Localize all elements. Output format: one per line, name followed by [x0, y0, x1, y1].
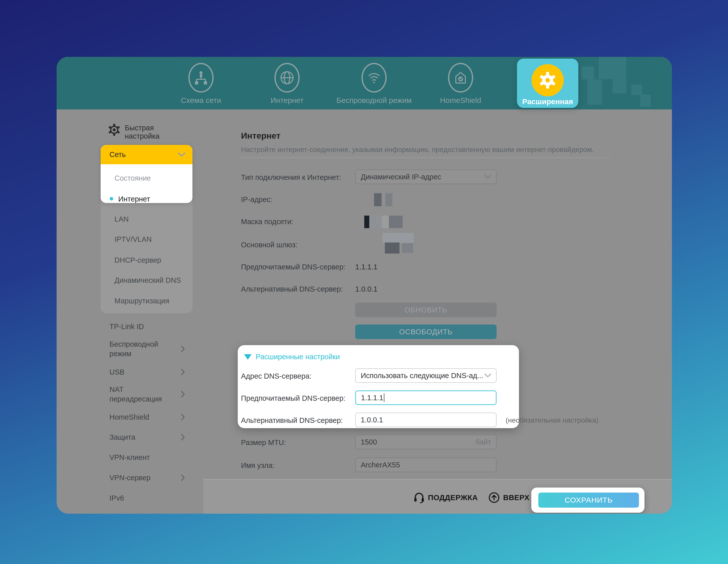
chevron-right-icon — [181, 434, 185, 441]
gateway-label: Основной шлюз: — [241, 241, 297, 249]
wifi-icon — [361, 63, 387, 93]
tab-label: Схема сети — [181, 96, 221, 105]
hostname-input[interactable]: ArcherAX55 — [355, 458, 497, 472]
network-map-icon — [188, 63, 214, 93]
redacted-value — [385, 193, 392, 206]
redacted-value — [364, 216, 369, 228]
tab-label: Расширенная — [522, 97, 573, 106]
mtu-label: Размер MTU: — [241, 438, 286, 447]
header-decor-block — [613, 79, 626, 94]
connection-type-select[interactable]: Динамический IP-адрес — [355, 170, 497, 184]
homeshield-icon — [448, 63, 473, 93]
header-decor-block — [640, 95, 651, 107]
sidebar-item-network[interactable]: Сеть — [101, 145, 192, 164]
sidebar-item-vpn-server[interactable]: VPN-сервер — [109, 473, 185, 482]
tab-network-map[interactable]: Схема сети — [163, 63, 239, 105]
tab-internet[interactable]: Интернет — [249, 63, 325, 105]
sidebar-item-vpn-client[interactable]: VPN-клиент — [109, 453, 185, 462]
adv-alternate-dns-input[interactable]: 1.0.0.1 — [355, 413, 497, 427]
sidebar-item-lan[interactable]: LAN — [114, 215, 129, 223]
chevron-right-icon — [181, 391, 185, 398]
redacted-value — [382, 233, 414, 243]
sidebar-item-label: Быстрая настройка — [125, 124, 175, 140]
sidebar-item-tplink-id[interactable]: TP-Link ID — [109, 322, 185, 331]
triangle-down-icon — [244, 354, 252, 360]
alternate-dns-label: Альтернативный DNS-сервер: — [241, 285, 343, 293]
adv-alternate-dns-label: Альтернативный DNS-сервер: — [241, 416, 343, 425]
sidebar-item-wireless[interactable]: Беспроводной режим — [109, 339, 185, 358]
tab-label: Интернет — [271, 96, 304, 105]
page-title: Интернет — [241, 131, 280, 141]
redacted-value — [374, 193, 382, 206]
redacted-value — [389, 216, 403, 228]
mtu-input[interactable]: 1500 байт — [355, 435, 497, 449]
sidebar-item-ipv6[interactable]: IPv6 — [109, 493, 185, 503]
top-nav-bar: Схема сети Интернет — [57, 57, 672, 109]
tab-homeshield[interactable]: HomeShield — [423, 63, 498, 105]
header-decor-block — [587, 79, 602, 105]
sidebar-item-label: Сеть — [109, 150, 126, 159]
sidebar-item-dhcp-server[interactable]: DHCP-сервер — [114, 256, 161, 264]
chevron-down-icon — [484, 374, 491, 378]
tab-label: Беспроводной режим — [337, 96, 412, 105]
gear-icon — [532, 64, 564, 96]
chevron-right-icon — [181, 414, 185, 421]
redacted-value — [369, 216, 382, 228]
hostname-label: Имя узла: — [241, 461, 274, 470]
header-decor-block — [581, 66, 594, 79]
adv-preferred-dns-label: Предпочитаемый DNS-сервер: — [241, 394, 345, 402]
tab-label: HomeShield — [440, 96, 481, 105]
support-link[interactable]: ПОДДЕРЖКА — [414, 492, 478, 503]
sidebar-item-security[interactable]: Защита — [109, 432, 185, 442]
alternate-dns-value: 1.0.0.1 — [355, 285, 378, 293]
save-button[interactable]: СОХРАНИТЬ — [538, 493, 639, 508]
page-description: Настройте интернет-соединение, указывая … — [241, 146, 594, 154]
optional-note: (необязательная настройка) — [506, 416, 598, 424]
header-decor-block — [599, 57, 626, 79]
arrow-up-circle-icon — [489, 492, 500, 503]
sidebar-item-nat-forwarding[interactable]: NAT переадресация — [109, 385, 185, 404]
dns-mode-select[interactable]: Использовать следующие DNS-ад... — [355, 368, 497, 383]
chevron-down-icon — [178, 152, 185, 157]
sidebar-item-quick-setup[interactable]: Быстрая настройка — [108, 124, 175, 140]
sidebar-item-iptv-vlan[interactable]: IPTV/VLAN — [114, 235, 152, 244]
header-decor-block — [631, 85, 642, 95]
tab-wireless[interactable]: Беспроводной режим — [336, 63, 412, 105]
sidebar-item-internet-active[interactable]: Интернет — [118, 195, 150, 203]
dns-mode-label: Адрес DNS-сервера: — [241, 372, 311, 380]
connection-type-label: Тип подключения к Интернет: — [241, 173, 341, 182]
text-caret — [384, 393, 384, 402]
tab-advanced-active[interactable]: Расширенная — [517, 59, 578, 108]
preferred-dns-value: 1.1.1.1 — [355, 263, 378, 271]
ip-address-label: IP-адрес: — [241, 195, 272, 204]
redacted-value — [385, 243, 399, 254]
renew-button[interactable]: ОБНОВИТЬ — [355, 303, 497, 317]
sidebar-item-status[interactable]: Состояние — [114, 174, 151, 182]
quick-setup-gear-icon — [108, 124, 120, 136]
chevron-right-icon — [181, 369, 185, 376]
back-to-top-link[interactable]: ВВЕРХ — [489, 492, 530, 503]
desktop-background: Схема сети Интернет — [0, 0, 728, 564]
chevron-right-icon — [181, 345, 185, 352]
advanced-settings-toggle[interactable]: Расширенные настройки — [244, 353, 340, 361]
chevron-right-icon — [181, 474, 185, 481]
chevron-down-icon — [484, 175, 491, 179]
sidebar-item-routing[interactable]: Маршрутизация — [114, 297, 169, 305]
mtu-unit: байт — [475, 438, 491, 446]
redacted-value — [402, 243, 413, 253]
release-button[interactable]: ОСВОБОДИТЬ — [355, 325, 497, 339]
adv-preferred-dns-input[interactable]: 1.1.1.1 — [355, 390, 497, 405]
router-admin-window: Схема сети Интернет — [57, 57, 672, 514]
advanced-settings-title: Расширенные настройки — [256, 353, 340, 361]
sidebar-item-dynamic-dns[interactable]: Динамический DNS — [114, 276, 181, 285]
subnet-mask-label: Маска подсети: — [241, 218, 293, 226]
headset-icon — [414, 492, 424, 503]
globe-icon — [274, 63, 300, 93]
sidebar-item-homeshield[interactable]: HomeShield — [109, 412, 185, 422]
active-item-dot — [110, 197, 113, 200]
redacted-value — [382, 216, 389, 228]
sidebar-item-usb[interactable]: USB — [109, 367, 185, 377]
preferred-dns-label: Предпочитаемый DNS-сервер: — [241, 263, 345, 271]
divider — [241, 157, 610, 158]
